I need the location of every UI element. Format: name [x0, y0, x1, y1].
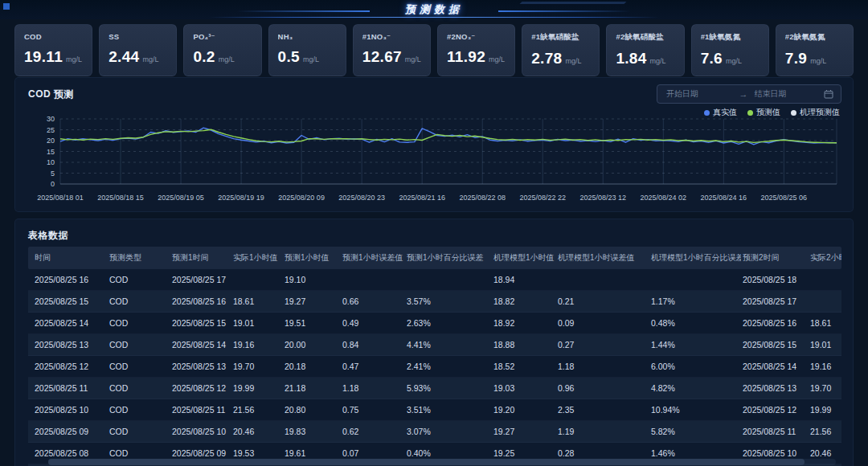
table-cell: 2025/08/25 16 — [170, 296, 231, 306]
column-header: 预测1时间 — [170, 252, 231, 264]
table-cell: 19.27 — [283, 296, 341, 306]
table-cell: COD — [108, 383, 170, 393]
horizontal-scrollbar-thumb[interactable] — [48, 459, 805, 465]
table-body: 2025/08/25 16COD2025/08/25 1719.1018.942… — [28, 269, 841, 466]
column-header: 时间 — [28, 252, 108, 264]
table-cell: COD — [108, 405, 170, 415]
table-cell: 6.00% — [649, 362, 741, 371]
legend-dot-icon — [747, 110, 753, 116]
metric-card-0: COD19.11mg/L — [14, 24, 92, 76]
metric-unit: mg/L — [726, 57, 742, 65]
svg-text:25: 25 — [47, 126, 55, 134]
metric-label: NH₃ — [278, 32, 337, 41]
metric-label: #2缺氧氨氮 — [785, 32, 844, 43]
table-cell: 19.01 — [809, 340, 841, 350]
table-cell: 2.35 — [556, 405, 649, 415]
table-row: 2025/08/25 09COD2025/08/25 1020.4619.830… — [28, 421, 841, 443]
svg-text:2025/08/20 23: 2025/08/20 23 — [338, 194, 385, 202]
svg-text:2025/08/24 02: 2025/08/24 02 — [641, 194, 687, 202]
table-cell: 2025/08/25 13 — [28, 340, 108, 350]
metric-unit: mg/L — [565, 57, 581, 65]
table-cell: 18.61 — [231, 296, 283, 306]
table-row: 2025/08/25 10COD2025/08/25 1121.5620.800… — [28, 399, 841, 421]
metric-unit: mg/L — [142, 55, 158, 63]
table-row: 2025/08/25 16COD2025/08/25 1719.1018.942… — [28, 269, 841, 291]
svg-text:30: 30 — [47, 117, 55, 123]
calendar-icon[interactable] — [824, 89, 833, 99]
table-cell: 0.21 — [556, 296, 649, 306]
header-right-line-decoration — [498, 10, 631, 12]
header-streak-decoration — [520, 2, 627, 4]
column-header: 预测2时间 — [741, 252, 809, 264]
table-cell: 3.07% — [405, 427, 492, 436]
table-cell: 20.46 — [231, 427, 283, 436]
table-cell: 1.18 — [341, 383, 405, 393]
table-cell: 2025/08/25 12 — [741, 405, 809, 415]
table-cell: 0.28 — [556, 448, 649, 458]
svg-text:20: 20 — [47, 137, 55, 145]
table-cell: 0.75 — [341, 405, 405, 415]
metric-unit: mg/L — [303, 55, 319, 63]
end-date-input[interactable]: 结束日期 — [751, 88, 825, 100]
start-date-input[interactable]: 开始日期 — [665, 88, 736, 100]
table-row: 2025/08/25 13COD2025/08/25 1419.1620.000… — [28, 334, 841, 356]
metric-unit: mg/L — [650, 57, 666, 65]
table-cell: 1.18 — [556, 362, 649, 371]
metric-label: #2NO₃⁻ — [447, 32, 506, 41]
table-cell: 19.99 — [809, 405, 841, 415]
svg-text:2025/08/23 12: 2025/08/23 12 — [579, 194, 626, 202]
column-header: 实际1小时值 — [231, 252, 283, 264]
table-row: 2025/08/25 12COD2025/08/25 1319.7020.180… — [28, 356, 841, 378]
table-cell: 20.80 — [283, 405, 341, 415]
metric-value: 1.84 — [616, 50, 646, 67]
metric-label: #1缺氧硝酸盐 — [531, 32, 590, 43]
table-cell: 2025/08/25 13 — [741, 383, 809, 393]
table-cell: 19.61 — [283, 448, 341, 458]
table-cell: 2025/08/25 14 — [170, 340, 231, 350]
table-cell: 19.70 — [809, 383, 841, 393]
table-cell: COD — [108, 362, 170, 371]
chart-title: COD 预测 — [28, 88, 74, 101]
date-range-picker[interactable]: 开始日期 → 结束日期 — [657, 84, 841, 104]
metric-value: 7.9 — [785, 50, 807, 67]
table-cell: 2.41% — [405, 362, 492, 371]
metric-card-1: SS2.44mg/L — [99, 24, 177, 76]
table-cell: 19.27 — [492, 427, 556, 436]
table-header-row: 时间预测类型预测1时间实际1小时值预测1小时值预测1小时误差值预测1小时百分比误… — [28, 247, 841, 269]
table-cell: 2025/08/25 11 — [170, 405, 231, 415]
svg-text:2025/08/19 19: 2025/08/19 19 — [218, 194, 264, 202]
table-cell: 3.51% — [405, 405, 492, 415]
column-header: 预测1小时误差值 — [341, 252, 405, 264]
svg-text:0: 0 — [51, 180, 55, 188]
column-header: 机理模型1小时值 — [492, 252, 556, 264]
table-cell: COD — [108, 427, 170, 436]
column-header: 预测1小时值 — [283, 252, 341, 264]
metric-card-5: #2NO₃⁻11.92mg/L — [437, 24, 515, 76]
table-cell: 2025/08/25 15 — [28, 296, 108, 306]
table-cell: 21.56 — [809, 427, 841, 436]
table-cell: 18.61 — [809, 318, 841, 328]
svg-text:2025/08/18 15: 2025/08/18 15 — [97, 194, 144, 202]
table-cell: 2.63% — [405, 318, 492, 328]
metric-value: 0.5 — [278, 48, 300, 66]
table-cell: 0.84 — [341, 340, 405, 350]
table-cell: COD — [108, 275, 170, 284]
table-cell: 2025/08/25 10 — [28, 405, 108, 415]
metric-value: 2.78 — [531, 50, 562, 67]
table-cell: 19.99 — [231, 383, 283, 393]
table-cell: 2025/08/25 15 — [741, 340, 809, 350]
table-cell: 2025/08/25 17 — [170, 275, 231, 284]
table-cell: 2025/08/25 10 — [170, 427, 231, 436]
column-header: 实际2小时值 — [809, 252, 841, 264]
metric-value: 7.6 — [701, 50, 723, 67]
table-cell: 0.49 — [341, 318, 405, 328]
cod-forecast-panel: COD 预测 开始日期 → 结束日期 真实值预测值机理预测值 051015202… — [14, 77, 854, 212]
table-cell: 2025/08/25 15 — [170, 318, 231, 328]
table-cell: 18.82 — [492, 296, 556, 306]
svg-text:2025/08/21 16: 2025/08/21 16 — [399, 194, 445, 202]
svg-text:2025/08/22 22: 2025/08/22 22 — [519, 194, 566, 202]
table-data-panel: 表格数据 时间预测类型预测1时间实际1小时值预测1小时值预测1小时误差值预测1小… — [14, 219, 854, 466]
metric-label: #1NO₃⁻ — [362, 32, 421, 41]
table-cell: 18.88 — [492, 340, 556, 350]
horizontal-scrollbar[interactable] — [48, 459, 836, 465]
